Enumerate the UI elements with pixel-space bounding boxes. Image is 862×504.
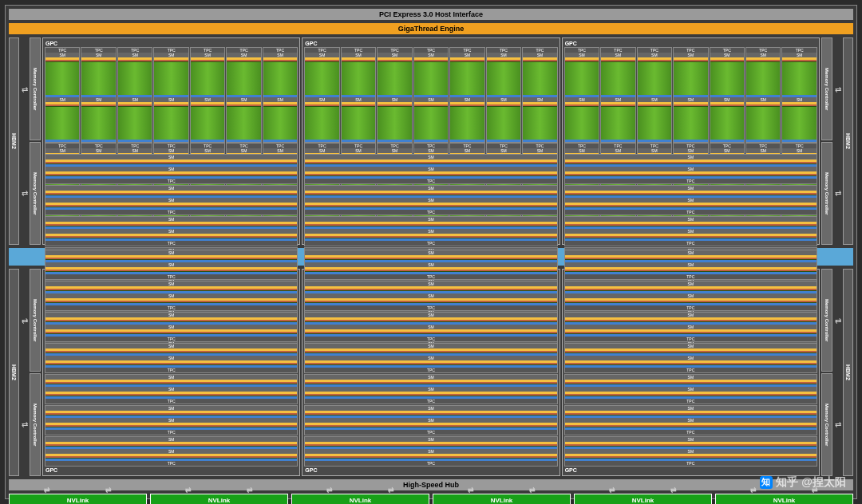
tpc-block: TPCSM SM — [45, 47, 80, 143]
tpc-label: TPC — [45, 461, 297, 466]
tpc-block: SM SM TPC — [45, 374, 298, 404]
memory-controller-column-left: Memory Controller Memory Controller — [30, 37, 41, 245]
sm-cores — [342, 61, 375, 95]
memory-controller-column-left: Memory Controller Memory Controller — [30, 269, 41, 476]
sm-cache — [342, 140, 375, 142]
sm-cores — [118, 106, 152, 140]
nvlink-block: NVLink — [291, 494, 429, 504]
io-arrows: ⇄⇄ — [19, 37, 30, 245]
gpc-label: GPC — [45, 40, 298, 47]
high-speed-hub-bar: High-Speed Hub — [9, 479, 853, 490]
tpc-label: TPC — [305, 305, 556, 310]
tpc-block: SM SM TPC — [564, 250, 817, 280]
tpc-label: TPC — [305, 241, 556, 246]
tpc-label: TPC — [45, 399, 297, 404]
tpc-block: TPCSM SM — [341, 47, 376, 143]
sm-cores — [378, 61, 411, 95]
sm-cores — [710, 61, 744, 95]
sm-cores — [227, 61, 260, 95]
tpc-block: TPCSM SM — [710, 47, 745, 143]
gpu-chip-diagram: PCI Express 3.0 Host Interface GigaThrea… — [5, 5, 857, 499]
tpc-block: SM SM TPC — [304, 185, 557, 215]
sm-cores — [154, 106, 188, 140]
tpc-block: SM SM TPC — [304, 250, 557, 280]
tpc-block: SM SM TPC — [45, 216, 298, 246]
tpc-block: SM SM TPC — [45, 405, 298, 435]
sm-cache — [378, 140, 411, 142]
tpc-block: TPCSM SM — [263, 47, 298, 143]
sm-cache — [601, 140, 635, 142]
hbm2-block: HBM2 — [9, 37, 19, 245]
sm-cores — [450, 61, 484, 95]
gpc-label: GPC — [564, 40, 817, 47]
sm-cache — [305, 140, 338, 142]
tpc-label: TPC — [45, 210, 297, 215]
tpc-label: TPC — [565, 179, 817, 183]
tpc-label: TPC — [45, 368, 297, 372]
tpc-block: SM SM TPC — [45, 343, 298, 373]
sm-cores — [710, 106, 744, 140]
tpc-label: TPC — [305, 337, 556, 341]
tpc-block: SM SM TPC — [304, 343, 557, 373]
sm-cores — [782, 61, 816, 95]
sm-cores — [487, 61, 520, 95]
memory-controller: Memory Controller — [821, 373, 832, 476]
sm-cores — [263, 61, 297, 95]
nvlink-block: NVLink — [9, 494, 147, 504]
tpc-block: TPCSM SM — [637, 47, 672, 143]
tpc-label: TPC — [45, 179, 297, 183]
tpc-label: TPC — [45, 337, 297, 341]
gpc-block: GPCSM SM TPCSM SM TPCSM SM TPCSM SM TPCS… — [562, 269, 820, 476]
tpc-label: TPC — [565, 337, 817, 341]
sm-cache — [710, 140, 744, 142]
tpc-block: TPCSM SM — [449, 47, 484, 143]
tpc-block: TPCSM SM — [304, 47, 339, 143]
zhihu-logo-icon — [760, 476, 773, 489]
tpc-block: SM SM TPC — [45, 281, 298, 311]
io-arrows: ⇄⇄ — [832, 37, 843, 245]
sm-cores — [674, 106, 707, 140]
sm-cores — [81, 61, 115, 95]
tpc-block: TPCSM SM — [117, 47, 152, 143]
nvlink-block: NVLink — [574, 494, 712, 504]
sm-cache — [191, 140, 224, 142]
tpc-block: SM SM TPC — [304, 216, 557, 246]
gpc-label: GPC — [45, 467, 298, 474]
tpc-block: SM SM TPC — [304, 312, 557, 342]
gpc-label: GPC — [304, 467, 557, 474]
gpc-block: GPCSM SM TPCSM SM TPCSM SM TPCSM SM TPCS… — [42, 269, 300, 476]
sm-cache — [81, 140, 115, 142]
tpc-label: TPC — [45, 241, 297, 246]
tpc-block: SM SM TPC — [304, 154, 557, 184]
tpc-block: TPCSM SM — [486, 47, 521, 143]
tpc-block: SM SM TPC — [45, 250, 298, 280]
tpc-label: TPC — [305, 430, 556, 435]
watermark: 知乎 @捏太阳 — [760, 475, 846, 490]
tpc-block: SM SM TPC — [304, 281, 557, 311]
tpc-label: TPC — [305, 210, 556, 215]
sm-cores — [601, 61, 635, 95]
tpc-label: TPC — [565, 241, 817, 246]
hbm2-block: HBM2 — [9, 269, 19, 476]
sm-cores — [342, 106, 375, 140]
io-arrows: ⇄⇄ — [832, 269, 843, 476]
sm-cores — [191, 61, 224, 95]
memory-controller-column-right: Memory Controller Memory Controller — [821, 37, 832, 245]
sm-cache — [565, 140, 599, 142]
tpc-block: SM SM TPC — [45, 436, 298, 467]
tpc-block: TPCSM SM — [153, 47, 188, 143]
tpc-label: TPC — [565, 461, 817, 466]
tpc-block: TPCSM SM — [377, 47, 412, 143]
nvlink-row: NVLinkNVLinkNVLinkNVLinkNVLinkNVLink — [6, 494, 856, 504]
sm-cores — [782, 106, 816, 140]
tpc-block: SM SM TPC — [564, 436, 817, 467]
tpc-block: TPCSM SM — [745, 47, 781, 143]
tpc-block: TPCSM SM — [600, 47, 635, 143]
tpc-label: TPC — [565, 274, 817, 279]
io-arrows: ⇄⇄ — [19, 269, 30, 476]
sm-cores — [487, 106, 520, 140]
memory-controller: Memory Controller — [30, 269, 41, 372]
tpc-block: SM SM TPC — [45, 185, 298, 215]
tpc-block: TPCSM SM — [522, 47, 557, 143]
memory-controller: Memory Controller — [30, 37, 41, 140]
